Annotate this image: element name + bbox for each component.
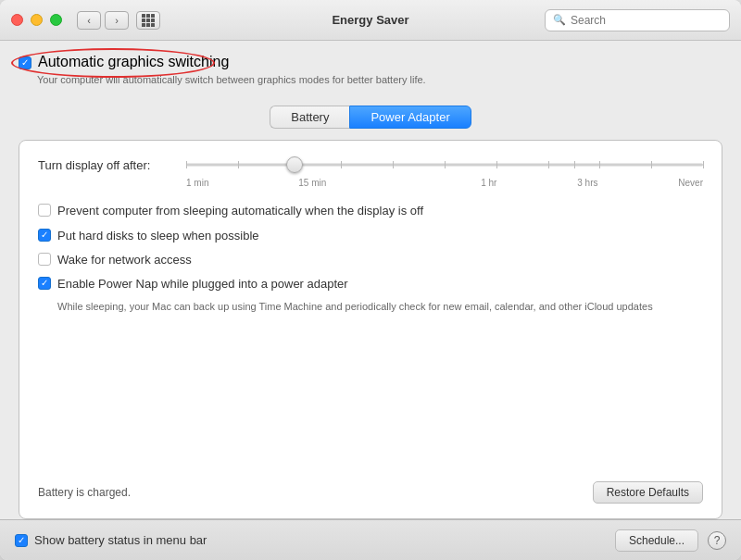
prevent-sleep-checkbox[interactable] [38, 204, 51, 217]
checkmark-icon: ✓ [41, 279, 48, 288]
show-battery-label: Show battery status in menu bar [34, 533, 207, 547]
slider-label: Turn display off after: [38, 158, 186, 172]
search-bar[interactable]: 🔍 [545, 9, 730, 31]
checkboxes-list: Prevent computer from sleeping automatic… [38, 203, 703, 317]
back-button[interactable]: ‹ [77, 11, 101, 30]
checkbox-row-prevent-sleep: Prevent computer from sleeping automatic… [38, 203, 703, 219]
checkmark-icon: ✓ [41, 230, 48, 240]
window: ‹ › Energy Saver 🔍 ✓ Au [0, 0, 741, 560]
auto-graphics-label: Automatic graphics switching [38, 54, 229, 70]
grid-button[interactable] [136, 11, 160, 30]
tab-power-adapter[interactable]: Power Adapter [349, 106, 471, 129]
schedule-button[interactable]: Schedule... [615, 529, 698, 552]
panel-footer: Battery is charged. Restore Defaults [38, 472, 703, 504]
slider-label-1min: 1 min [186, 178, 208, 188]
power-nap-checkbox[interactable]: ✓ [38, 277, 51, 290]
show-battery-row: ✓ Show battery status in menu bar [15, 533, 615, 547]
auto-graphics-checkbox[interactable]: ✓ [19, 56, 31, 69]
checkbox-row-hard-disks: ✓ Put hard disks to sleep when possible [38, 228, 703, 244]
slider-label-3hrs: 3 hrs [577, 178, 597, 188]
bottom-bar: ✓ Show battery status in menu bar Schedu… [0, 519, 741, 560]
wake-network-checkbox[interactable] [38, 253, 51, 266]
grid-icon [142, 14, 155, 27]
tab-battery[interactable]: Battery [270, 106, 349, 129]
titlebar: ‹ › Energy Saver 🔍 [0, 0, 741, 41]
slider-tick-labels: 1 min 15 min 1 hr 3 hrs Never [186, 178, 703, 188]
slider-label-1hr: 1 hr [481, 178, 496, 188]
show-battery-checkbox[interactable]: ✓ [15, 534, 28, 547]
hard-disks-label: Put hard disks to sleep when possible [57, 228, 259, 244]
search-input[interactable] [571, 14, 722, 27]
power-nap-section: ✓ Enable Power Nap while plugged into a … [38, 276, 703, 315]
auto-graphics-description: Your computer will automatically switch … [37, 73, 722, 87]
wake-network-label: Wake for network access [57, 252, 192, 268]
close-button[interactable] [11, 14, 23, 26]
slider-row: Turn display off after: [38, 156, 703, 174]
power-nap-label: Enable Power Nap while plugged into a po… [57, 276, 348, 292]
minimize-button[interactable] [31, 14, 43, 26]
checkmark-icon: ✓ [18, 536, 25, 545]
forward-button[interactable]: › [105, 11, 129, 30]
slider-thumb[interactable] [286, 156, 303, 173]
slider-track[interactable] [186, 156, 703, 174]
hard-disks-checkbox[interactable]: ✓ [38, 229, 51, 242]
tab-group: Battery Power Adapter [19, 106, 722, 129]
auto-graphics-section: ✓ Automatic graphics switching Your comp… [19, 54, 722, 87]
slider-label-15min: 15 min [298, 178, 326, 188]
checkmark-icon: ✓ [21, 58, 29, 68]
display-sleep-slider-section: Turn display off after: [38, 156, 703, 188]
maximize-button[interactable] [50, 14, 62, 26]
settings-panel: Turn display off after: [19, 140, 722, 519]
window-title: Energy Saver [332, 13, 408, 27]
restore-defaults-button[interactable]: Restore Defaults [593, 481, 703, 504]
slider-label-never: Never [678, 178, 703, 188]
traffic-lights [11, 14, 62, 26]
nav-buttons: ‹ › [77, 11, 160, 30]
battery-status-text: Battery is charged. [38, 486, 131, 499]
search-icon: 🔍 [553, 14, 566, 26]
content-area: ✓ Automatic graphics switching Your comp… [0, 41, 741, 519]
power-nap-description: While sleeping, your Mac can back up usi… [57, 300, 703, 314]
auto-graphics-row: ✓ Automatic graphics switching [19, 54, 722, 70]
prevent-sleep-label: Prevent computer from sleeping automatic… [57, 203, 423, 219]
checkbox-row-power-nap: ✓ Enable Power Nap while plugged into a … [38, 276, 703, 292]
help-button[interactable]: ? [708, 531, 726, 550]
checkbox-row-wake-network: Wake for network access [38, 252, 703, 268]
bottom-right-actions: Schedule... ? [615, 529, 726, 552]
